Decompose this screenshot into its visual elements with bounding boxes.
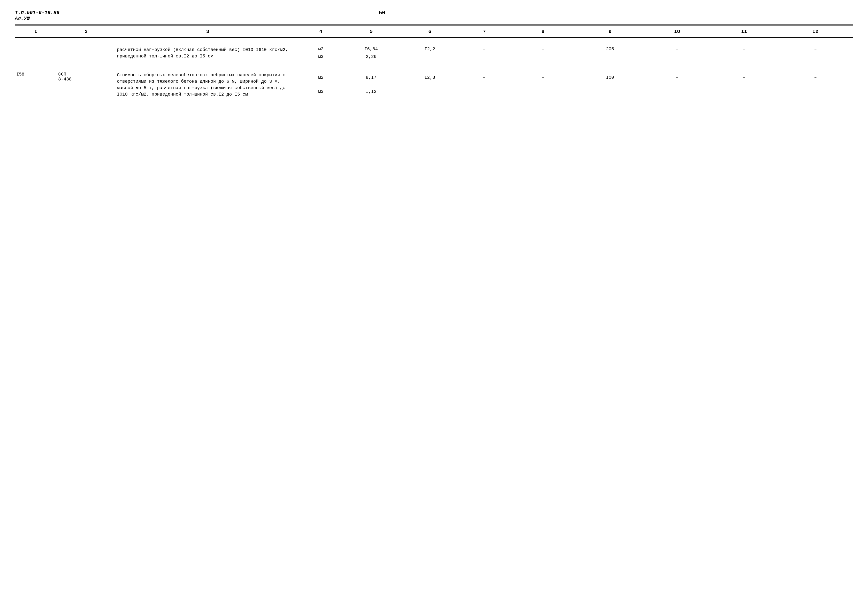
page-number: 50 (379, 10, 534, 16)
data-col-12 (778, 53, 853, 60)
table-row: расчетной наг-рузкой (включая собственны… (15, 45, 853, 53)
row-description: расчетной наг-рузкой (включая собственны… (115, 45, 300, 60)
data-col-9: I00 (577, 70, 643, 84)
data-col-7 (459, 53, 509, 60)
data-col-6 (400, 84, 459, 99)
col-header-7: 7 (459, 26, 509, 38)
data-col-5: I6,84 (342, 45, 400, 53)
section-spacer (15, 60, 853, 70)
data-col-10 (643, 53, 711, 60)
data-col-9 (577, 84, 643, 99)
data-col-7: – (459, 70, 509, 84)
col-header-3: 3 (115, 26, 300, 38)
data-col-8 (509, 53, 577, 60)
data-col-10 (643, 84, 711, 99)
data-col-11: – (711, 70, 778, 84)
document-reference: Т.п.501-6-19.86 Ал.УШ (15, 10, 59, 21)
col-header-8: 8 (509, 26, 577, 38)
data-col-7 (459, 84, 509, 99)
col-header-10: IO (643, 26, 711, 38)
header-divider (15, 24, 853, 26)
data-col-12: – (778, 45, 853, 53)
main-table-wrapper: I 2 3 4 5 6 7 8 9 IO II I2 расчетной наг… (15, 26, 853, 99)
data-col-5: 2,26 (342, 53, 400, 60)
spacer-row (15, 38, 853, 45)
row-code (57, 45, 115, 60)
col-header-12: I2 (778, 26, 853, 38)
data-col-7: – (459, 45, 509, 53)
data-col-8: – (509, 45, 577, 53)
row-description: Стоимость сбор-ных железобетон-ных ребри… (115, 70, 300, 99)
unit-cell: м3 (300, 84, 342, 99)
data-col-11 (711, 53, 778, 60)
data-col-11 (711, 84, 778, 99)
data-col-8 (509, 84, 577, 99)
data-col-11: – (711, 45, 778, 53)
col-header-1: I (15, 26, 57, 38)
col-header-9: 9 (577, 26, 643, 38)
data-col-9: 205 (577, 45, 643, 53)
row-number (15, 45, 57, 60)
unit-cell: м2 (300, 70, 342, 84)
row-code: ССП 8-438 (57, 70, 115, 99)
col-header-2: 2 (57, 26, 115, 38)
data-col-5: I,I2 (342, 84, 400, 99)
data-col-8: – (509, 70, 577, 84)
data-col-10: – (643, 45, 711, 53)
col-header-5: 5 (342, 26, 400, 38)
data-col-12: – (778, 70, 853, 84)
data-col-6: I2,3 (400, 70, 459, 84)
row-number: I58 (15, 70, 57, 99)
data-col-6: I2,2 (400, 45, 459, 53)
data-col-6 (400, 53, 459, 60)
data-col-9 (577, 53, 643, 60)
data-col-12 (778, 84, 853, 99)
data-col-5: 8,I7 (342, 70, 400, 84)
col-header-6: 6 (400, 26, 459, 38)
col-header-11: II (711, 26, 778, 38)
table-row: I58ССП 8-438Стоимость сбор-ных железобет… (15, 70, 853, 84)
doc-ref-line2: Ал.УШ (15, 16, 59, 21)
data-col-10: – (643, 70, 711, 84)
unit-cell: м2 (300, 45, 342, 53)
doc-ref-line1: Т.п.501-6-19.86 (15, 10, 59, 16)
page-header: Т.п.501-6-19.86 Ал.УШ 50 (15, 10, 853, 21)
column-header-row: I 2 3 4 5 6 7 8 9 IO II I2 (15, 26, 853, 38)
col-header-4: 4 (300, 26, 342, 38)
main-table: I 2 3 4 5 6 7 8 9 IO II I2 расчетной наг… (15, 26, 853, 99)
unit-cell: м3 (300, 53, 342, 60)
